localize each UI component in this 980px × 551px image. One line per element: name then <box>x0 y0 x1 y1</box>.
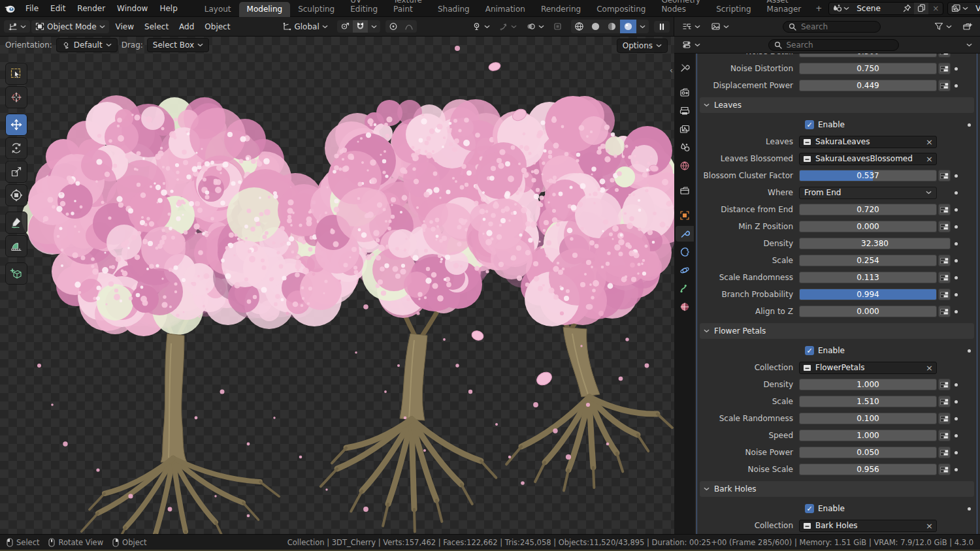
viewport-menu-object[interactable]: Object <box>199 20 235 33</box>
input-attribute-toggle-icon[interactable] <box>938 379 951 390</box>
density-field[interactable]: 1.000 <box>799 379 937 390</box>
magnet-icon[interactable] <box>353 20 368 33</box>
workspace-tab-layout[interactable]: Layout <box>197 2 239 17</box>
workspace-tab-modeling[interactable]: Modeling <box>239 2 291 17</box>
input-attribute-toggle-icon[interactable] <box>938 396 951 407</box>
material-preview-shading-icon[interactable] <box>604 20 620 33</box>
decorator-dot-icon[interactable] <box>955 434 958 437</box>
properties-tab-view-layer[interactable] <box>676 121 694 137</box>
decorator-dot-icon[interactable] <box>968 507 971 511</box>
collection-collection-field[interactable]: FlowerPetals× <box>799 362 937 374</box>
viewport-menu-add[interactable]: Add <box>174 20 199 33</box>
decorator-dot-icon[interactable] <box>955 259 958 262</box>
close-icon[interactable]: × <box>926 363 933 373</box>
section-leaves[interactable]: Leaves <box>700 97 974 113</box>
measure-tool[interactable] <box>5 235 27 257</box>
input-attribute-toggle-icon[interactable] <box>938 447 951 458</box>
decorator-dot-icon[interactable] <box>955 225 958 228</box>
decorator-dot-icon[interactable] <box>955 468 958 471</box>
leaves-collection-field[interactable]: SakuraLeaves× <box>799 136 937 148</box>
decorator-dot-icon[interactable] <box>955 242 958 245</box>
viewport-menu-view[interactable]: View <box>110 20 139 33</box>
noise-detail-field[interactable]: 0.500 <box>799 54 937 57</box>
decorator-dot-icon[interactable] <box>968 123 971 127</box>
decorator-dot-icon[interactable] <box>955 451 958 454</box>
input-attribute-toggle-icon[interactable] <box>938 413 951 424</box>
sidebar-collapse-icon[interactable]: ‹ <box>670 65 673 75</box>
properties-search[interactable] <box>768 39 899 51</box>
rendered-shading-icon[interactable] <box>620 20 636 33</box>
scale-tool[interactable] <box>5 161 27 183</box>
noise-scale-field[interactable]: 0.956 <box>799 464 937 475</box>
section-flower-petals[interactable]: Flower Petals <box>700 323 974 339</box>
annotate-tool[interactable] <box>5 212 27 234</box>
properties-tab-material[interactable] <box>676 299 694 315</box>
input-attribute-toggle-icon[interactable] <box>938 464 951 475</box>
workspace-tab-geometry-nodes[interactable]: Geometry Nodes <box>653 0 708 17</box>
properties-tab-render[interactable] <box>676 85 694 101</box>
viewlayer-name[interactable]: ViewLayer <box>972 4 980 13</box>
workspace-tab-uv-editing[interactable]: UV Editing <box>342 0 385 17</box>
input-attribute-toggle-icon[interactable] <box>938 63 951 74</box>
orientation-default-dropdown[interactable]: Default <box>56 38 118 52</box>
properties-tab-object[interactable] <box>676 208 694 223</box>
proportional-edit-icon[interactable] <box>385 20 401 33</box>
new-collection-icon[interactable] <box>958 20 976 33</box>
branch-probability-field[interactable]: 0.994 <box>799 289 937 300</box>
enable-checkbox[interactable]: ✓ <box>805 504 814 513</box>
enable-checkbox[interactable]: ✓ <box>805 120 814 129</box>
workspace-tab-scripting[interactable]: Scripting <box>708 2 759 17</box>
move-tool[interactable] <box>5 114 27 136</box>
decorator-dot-icon[interactable] <box>955 84 958 87</box>
close-icon[interactable]: × <box>926 137 933 147</box>
overlays-dropdown[interactable] <box>522 20 548 33</box>
viewlayer-browse-button[interactable] <box>948 3 972 14</box>
speed-field[interactable]: 1.000 <box>799 430 937 441</box>
close-icon[interactable]: × <box>926 521 933 531</box>
properties-tab-physics[interactable] <box>676 262 694 278</box>
displacement-power-field[interactable]: 0.449 <box>799 80 937 91</box>
decorator-dot-icon[interactable] <box>955 276 958 279</box>
blossom-cluster-factor-field[interactable]: 0.537 <box>799 170 937 181</box>
where-dropdown[interactable]: From End <box>799 187 937 199</box>
noise-distortion-field[interactable]: 0.750 <box>799 63 937 74</box>
input-attribute-toggle-icon[interactable] <box>938 54 951 57</box>
funnel-icon[interactable] <box>930 20 956 33</box>
close-icon[interactable]: × <box>926 154 933 164</box>
decorator-dot-icon[interactable] <box>955 310 958 313</box>
options-dropdown[interactable]: Options <box>617 39 668 53</box>
min-z-position-field[interactable]: 0.000 <box>799 221 937 232</box>
input-attribute-toggle-icon[interactable] <box>938 80 951 91</box>
outliner-display-mode-icon[interactable] <box>678 20 704 33</box>
density-field[interactable]: 32.380 <box>799 238 951 249</box>
align-to-z-field[interactable]: 0.000 <box>799 306 937 317</box>
shading-dropdown[interactable] <box>636 23 649 31</box>
scale-randomness-field[interactable]: 0.113 <box>799 272 937 283</box>
input-attribute-toggle-icon[interactable] <box>938 255 951 266</box>
workspace-tab-compositing[interactable]: Compositing <box>589 2 653 17</box>
mode-dropdown[interactable]: Object Mode <box>31 20 109 33</box>
scale-field[interactable]: 0.254 <box>799 255 937 266</box>
decorator-dot-icon[interactable] <box>955 208 958 212</box>
select-box-tool[interactable] <box>5 63 27 85</box>
input-attribute-toggle-icon[interactable] <box>938 221 951 232</box>
input-attribute-toggle-icon[interactable] <box>938 430 951 441</box>
leaves-blossomed-collection-field[interactable]: SakuraLeavesBlossomed× <box>799 153 937 165</box>
copy-icon[interactable] <box>914 3 928 14</box>
pause-button[interactable] <box>654 21 670 33</box>
input-attribute-toggle-icon[interactable] <box>938 272 951 283</box>
collection-collection-field[interactable]: Bark Holes× <box>799 520 937 532</box>
decorator-dot-icon[interactable] <box>955 174 958 178</box>
workspace-tab-sculpting[interactable]: Sculpting <box>290 2 342 17</box>
input-attribute-toggle-icon[interactable] <box>938 204 951 215</box>
orientation-dropdown[interactable]: Global <box>278 20 331 33</box>
properties-tab-collection[interactable] <box>676 183 694 198</box>
menu-help[interactable]: Help <box>154 2 183 15</box>
input-attribute-toggle-icon[interactable] <box>938 289 951 300</box>
wireframe-shading-icon[interactable] <box>571 20 587 33</box>
add-cube-tool[interactable] <box>5 262 27 285</box>
solid-shading-icon[interactable] <box>587 20 604 33</box>
distance-from-end-field[interactable]: 0.720 <box>799 204 937 215</box>
decorator-dot-icon[interactable] <box>955 67 958 71</box>
properties-tab-modifiers[interactable] <box>676 226 694 242</box>
